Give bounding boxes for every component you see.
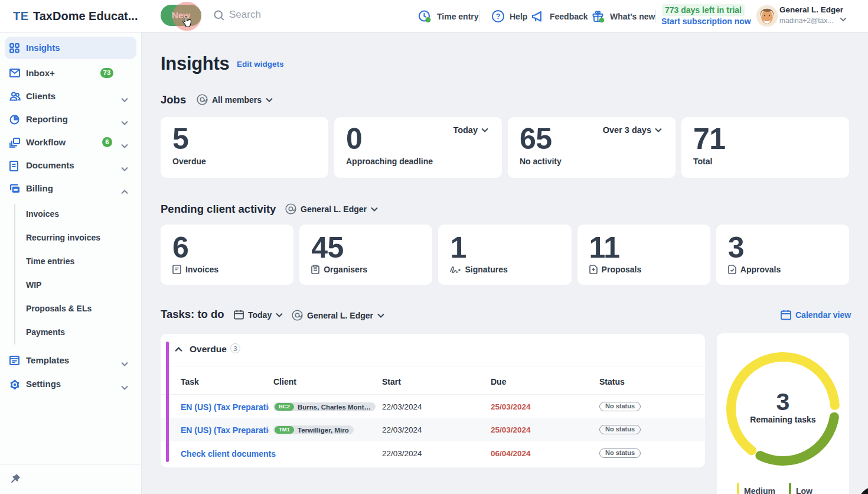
svg-text:?: ? <box>496 12 501 21</box>
